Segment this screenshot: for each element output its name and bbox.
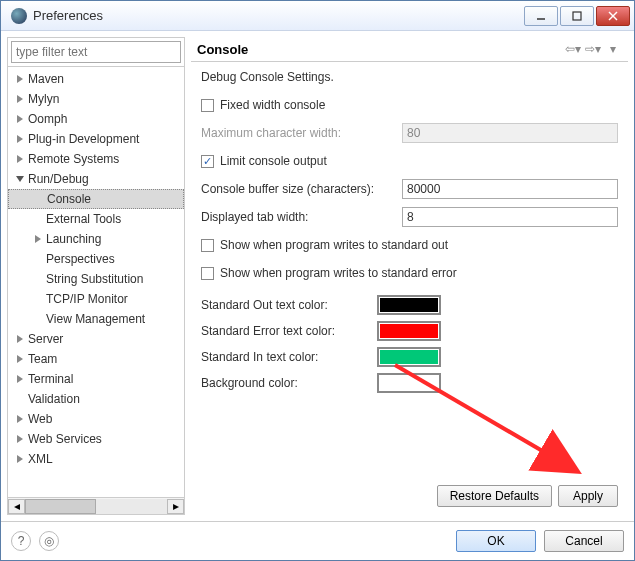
- fixed-width-label: Fixed width console: [220, 98, 325, 112]
- tree-label: View Management: [44, 312, 145, 326]
- tree-item-web-services[interactable]: Web Services: [8, 429, 184, 449]
- limit-output-checkbox[interactable]: [201, 155, 214, 168]
- tree-item-tcp-ip-monitor[interactable]: TCP/IP Monitor: [8, 289, 184, 309]
- tree-item-external-tools[interactable]: External Tools: [8, 209, 184, 229]
- chevron-right-icon[interactable]: [14, 73, 26, 85]
- chevron-right-icon[interactable]: [14, 333, 26, 345]
- tree-item-oomph[interactable]: Oomph: [8, 109, 184, 129]
- chevron-down-icon[interactable]: [14, 173, 26, 185]
- scroll-right-button[interactable]: ▸: [167, 499, 184, 514]
- color-swatch[interactable]: [377, 321, 441, 341]
- tree-label: Perspectives: [44, 252, 115, 266]
- tree-label: Oomph: [26, 112, 67, 126]
- tree-label: String Substitution: [44, 272, 143, 286]
- chevron-right-icon[interactable]: [14, 133, 26, 145]
- show-stdout-checkbox[interactable]: [201, 239, 214, 252]
- svg-rect-1: [573, 12, 581, 20]
- scroll-left-button[interactable]: ◂: [8, 499, 25, 514]
- ok-button[interactable]: OK: [456, 530, 536, 552]
- tree-item-server[interactable]: Server: [8, 329, 184, 349]
- tree-label: Server: [26, 332, 63, 346]
- import-export-icon[interactable]: ◎: [39, 531, 59, 551]
- tree-item-team[interactable]: Team: [8, 349, 184, 369]
- chevron-right-icon[interactable]: [14, 373, 26, 385]
- tree-label: Validation: [26, 392, 80, 406]
- tree-item-plug-in-development[interactable]: Plug-in Development: [8, 129, 184, 149]
- close-button[interactable]: [596, 6, 630, 26]
- restore-defaults-button[interactable]: Restore Defaults: [437, 485, 552, 507]
- tree-label: TCP/IP Monitor: [44, 292, 128, 306]
- tree-item-terminal[interactable]: Terminal: [8, 369, 184, 389]
- tree-label: Remote Systems: [26, 152, 119, 166]
- tab-width-input[interactable]: [402, 207, 618, 227]
- tree-label: Launching: [44, 232, 101, 246]
- chevron-right-icon[interactable]: [32, 233, 44, 245]
- tree-item-perspectives[interactable]: Perspectives: [8, 249, 184, 269]
- tree-item-view-management[interactable]: View Management: [8, 309, 184, 329]
- blank-icon: [32, 253, 44, 265]
- chevron-right-icon[interactable]: [14, 153, 26, 165]
- chevron-right-icon[interactable]: [14, 413, 26, 425]
- tree-label: Run/Debug: [26, 172, 89, 186]
- tree-item-maven[interactable]: Maven: [8, 69, 184, 89]
- filter-box[interactable]: [11, 41, 181, 63]
- chevron-right-icon[interactable]: [14, 353, 26, 365]
- tree-item-console[interactable]: Console: [8, 189, 184, 209]
- tab-width-label: Displayed tab width:: [201, 210, 396, 224]
- tree-label: Plug-in Development: [26, 132, 139, 146]
- tree-item-validation[interactable]: Validation: [8, 389, 184, 409]
- tree-label: XML: [26, 452, 53, 466]
- chevron-right-icon[interactable]: [14, 433, 26, 445]
- tree-item-xml[interactable]: XML: [8, 449, 184, 469]
- chevron-right-icon[interactable]: [14, 93, 26, 105]
- show-stderr-label: Show when program writes to standard err…: [220, 266, 457, 280]
- tree-label: Team: [26, 352, 57, 366]
- preferences-tree[interactable]: MavenMylynOomphPlug-in DevelopmentRemote…: [8, 66, 184, 497]
- filter-input[interactable]: [16, 45, 176, 59]
- tree-label: Web Services: [26, 432, 102, 446]
- titlebar: Preferences: [1, 1, 634, 31]
- scroll-thumb[interactable]: [25, 499, 96, 514]
- tree-item-web[interactable]: Web: [8, 409, 184, 429]
- minimize-button[interactable]: [524, 6, 558, 26]
- blank-icon: [32, 293, 44, 305]
- forward-icon[interactable]: ⇨▾: [584, 41, 602, 57]
- back-icon[interactable]: ⇦▾: [564, 41, 582, 57]
- tree-label: Web: [26, 412, 52, 426]
- h-scrollbar[interactable]: ◂ ▸: [8, 497, 184, 514]
- buffer-size-input[interactable]: [402, 179, 618, 199]
- app-icon: [11, 8, 27, 24]
- fixed-width-checkbox[interactable]: [201, 99, 214, 112]
- cancel-button[interactable]: Cancel: [544, 530, 624, 552]
- limit-output-label: Limit console output: [220, 154, 327, 168]
- tree-item-launching[interactable]: Launching: [8, 229, 184, 249]
- tree-label: Mylyn: [26, 92, 59, 106]
- tree-item-mylyn[interactable]: Mylyn: [8, 89, 184, 109]
- color-swatch[interactable]: [377, 295, 441, 315]
- maximize-button[interactable]: [560, 6, 594, 26]
- blank-icon: [32, 313, 44, 325]
- max-char-input: [402, 123, 618, 143]
- blank-icon: [14, 393, 26, 405]
- show-stdout-label: Show when program writes to standard out: [220, 238, 448, 252]
- color-swatch[interactable]: [377, 373, 441, 393]
- tree-item-remote-systems[interactable]: Remote Systems: [8, 149, 184, 169]
- show-stderr-checkbox[interactable]: [201, 267, 214, 280]
- menu-icon[interactable]: ▾: [604, 41, 622, 57]
- tree-item-string-substitution[interactable]: String Substitution: [8, 269, 184, 289]
- sidebar: MavenMylynOomphPlug-in DevelopmentRemote…: [7, 37, 185, 515]
- color-label: Standard Error text color:: [201, 324, 371, 338]
- page-description: Debug Console Settings.: [201, 70, 618, 84]
- tree-item-run-debug[interactable]: Run/Debug: [8, 169, 184, 189]
- color-swatch[interactable]: [377, 347, 441, 367]
- blank-icon: [33, 193, 45, 205]
- content-pane: Console ⇦▾ ⇨▾ ▾ Debug Console Settings. …: [191, 37, 628, 515]
- max-char-label: Maximum character width:: [201, 126, 396, 140]
- color-label: Standard In text color:: [201, 350, 371, 364]
- apply-button[interactable]: Apply: [558, 485, 618, 507]
- chevron-right-icon[interactable]: [14, 113, 26, 125]
- preferences-window: Preferences MavenMylynOomphPlug-in Devel…: [0, 0, 635, 561]
- chevron-right-icon[interactable]: [14, 453, 26, 465]
- tree-label: External Tools: [44, 212, 121, 226]
- help-icon[interactable]: ?: [11, 531, 31, 551]
